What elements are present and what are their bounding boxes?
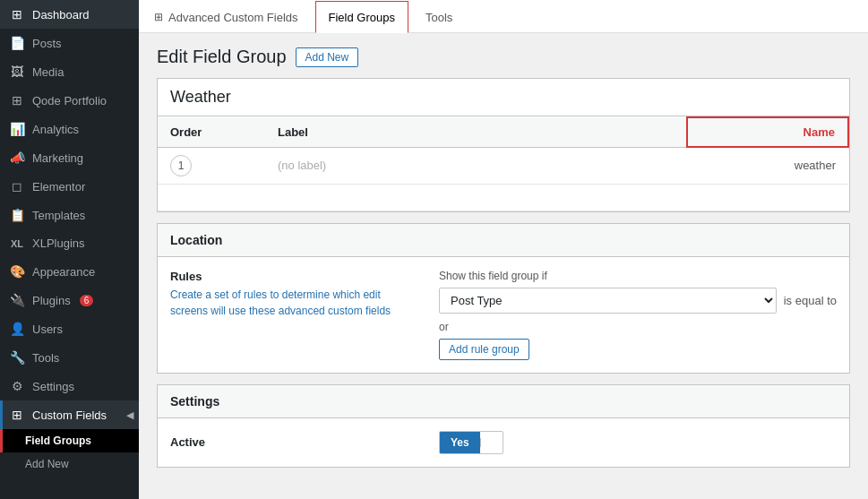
- top-nav: ⊞ Advanced Custom Fields Field Groups To…: [139, 0, 868, 33]
- settings-header: Settings: [158, 385, 849, 418]
- sidebar-item-plugins[interactable]: 🔌 Plugins 6: [0, 286, 139, 314]
- sidebar-item-label: XLPlugins: [32, 237, 85, 250]
- topnav-acf-label: Advanced Custom Fields: [168, 11, 298, 24]
- col-label: Label: [265, 117, 687, 147]
- location-label-col: Rules Create a set of rules to determine…: [170, 270, 421, 360]
- field-name: weather: [795, 159, 836, 172]
- topnav-tools[interactable]: Tools: [412, 1, 466, 33]
- sidebar-item-label: Plugins: [32, 294, 71, 307]
- sidebar-item-label: Posts: [32, 37, 62, 50]
- sidebar-item-label: Media: [32, 65, 64, 79]
- field-groups-label: Field Groups: [25, 434, 91, 447]
- name-cell: weather: [687, 147, 848, 184]
- toggle-yes[interactable]: Yes: [440, 432, 480, 453]
- sidebar-item-label: Analytics: [32, 123, 79, 136]
- field-label: (no label): [278, 159, 326, 172]
- location-header: Location: [158, 224, 849, 257]
- fields-table: Order Label Name 1 (no label): [158, 116, 849, 211]
- field-group-panel: Weather Order Label Name 1 (no: [157, 78, 850, 212]
- location-body: Rules Create a set of rules to determine…: [158, 257, 849, 373]
- page-title: Edit Field Group: [157, 47, 287, 67]
- sidebar-item-label: Dashboard: [32, 8, 90, 22]
- custom-fields-icon: ⊞: [9, 408, 25, 422]
- sidebar-item-posts[interactable]: 📄 Posts: [0, 29, 139, 57]
- sidebar-item-elementor[interactable]: ◻ Elementor: [0, 172, 139, 201]
- marketing-icon: 📣: [9, 151, 25, 165]
- xl-icon: XL: [9, 238, 25, 249]
- sidebar-item-custom-fields[interactable]: ⊞ Custom Fields ◀: [0, 400, 139, 429]
- sidebar-item-qode-portfolio[interactable]: ⊞ Qode Portfolio: [0, 86, 139, 115]
- dashboard-icon: ⊞: [9, 7, 25, 22]
- show-if-label: Show this field group if: [439, 270, 837, 282]
- topnav-field-groups[interactable]: Field Groups: [315, 1, 408, 33]
- order-badge: 1: [170, 155, 192, 176]
- rule-row: Post Type is equal to: [439, 288, 837, 314]
- sidebar-item-label: Users: [32, 323, 63, 336]
- sidebar-item-label: Custom Fields: [32, 409, 107, 422]
- custom-fields-arrow: ◀: [126, 409, 133, 421]
- settings-icon: ⚙: [9, 379, 25, 393]
- appearance-icon: 🎨: [9, 264, 25, 279]
- active-label: Active: [170, 435, 421, 449]
- users-icon: 👤: [9, 322, 25, 336]
- analytics-icon: 📊: [9, 122, 25, 136]
- sidebar-item-analytics[interactable]: 📊 Analytics: [0, 115, 139, 143]
- sidebar-item-templates[interactable]: 📋 Templates: [0, 201, 139, 229]
- sidebar-item-label: Appearance: [32, 265, 95, 279]
- order-cell: 1: [158, 147, 265, 184]
- sidebar-item-settings[interactable]: ⚙ Settings: [0, 372, 139, 400]
- sidebar-item-appearance[interactable]: 🎨 Appearance: [0, 257, 139, 286]
- post-type-select[interactable]: Post Type: [439, 288, 777, 314]
- plugins-badge: 6: [80, 295, 94, 306]
- field-group-name: Weather: [158, 79, 849, 116]
- add-new-label: Add New: [25, 458, 69, 470]
- or-text: or: [439, 321, 837, 333]
- plugins-icon: 🔌: [9, 293, 25, 307]
- empty-row: [158, 184, 848, 211]
- sidebar-subitem-add-new[interactable]: Add New: [0, 452, 139, 476]
- main-content: ⊞ Advanced Custom Fields Field Groups To…: [139, 0, 868, 499]
- page-header: Edit Field Group Add New: [157, 47, 850, 67]
- sidebar-item-label: Templates: [32, 209, 85, 222]
- topnav-tools-label: Tools: [425, 11, 452, 24]
- is-equal-to-text: is equal to: [784, 294, 837, 307]
- add-new-button[interactable]: Add New: [296, 47, 359, 67]
- sidebar-item-xlplugins[interactable]: XL XLPlugins: [0, 229, 139, 257]
- sidebar-item-dashboard[interactable]: ⊞ Dashboard: [0, 0, 139, 29]
- active-toggle[interactable]: Yes: [439, 431, 503, 454]
- table-row: 1 (no label) weather: [158, 147, 848, 184]
- sidebar: ⊞ Dashboard 📄 Posts 🖼 Media ⊞ Qode Portf…: [0, 0, 139, 499]
- acf-icon: ⊞: [154, 11, 163, 23]
- sidebar-item-label: Marketing: [32, 151, 83, 165]
- posts-icon: 📄: [9, 36, 25, 50]
- templates-icon: 📋: [9, 208, 25, 222]
- sidebar-item-label: Settings: [32, 380, 74, 393]
- sidebar-item-label: Elementor: [32, 180, 85, 194]
- col-order: Order: [158, 117, 265, 147]
- settings-section: Settings Active Yes: [157, 384, 850, 468]
- sidebar-item-label: Tools: [32, 351, 59, 365]
- label-cell: (no label): [265, 147, 687, 184]
- rules-label: Rules: [170, 270, 421, 283]
- toggle-no[interactable]: [480, 438, 503, 447]
- sidebar-subitem-field-groups[interactable]: Field Groups: [0, 429, 139, 452]
- col-name: Name: [687, 117, 848, 147]
- qode-icon: ⊞: [9, 93, 25, 108]
- sidebar-item-users[interactable]: 👤 Users: [0, 314, 139, 343]
- content-area: Edit Field Group Add New Weather Order L…: [139, 33, 868, 499]
- sidebar-item-media[interactable]: 🖼 Media: [0, 57, 139, 86]
- sidebar-item-tools[interactable]: 🔧 Tools: [0, 343, 139, 372]
- rules-desc: Create a set of rules to determine which…: [170, 287, 421, 319]
- elementor-icon: ◻: [9, 179, 25, 194]
- location-controls: Show this field group if Post Type is eq…: [439, 270, 837, 360]
- add-rule-button[interactable]: Add rule group: [439, 339, 529, 360]
- tools-icon: 🔧: [9, 350, 25, 365]
- location-section: Location Rules Create a set of rules to …: [157, 223, 850, 374]
- topnav-field-groups-label: Field Groups: [329, 11, 395, 24]
- settings-row: Active Yes: [158, 418, 849, 467]
- topnav-acf[interactable]: ⊞ Advanced Custom Fields: [141, 1, 312, 33]
- sidebar-item-label: Qode Portfolio: [32, 94, 107, 108]
- sidebar-item-marketing[interactable]: 📣 Marketing: [0, 143, 139, 172]
- media-icon: 🖼: [9, 65, 25, 79]
